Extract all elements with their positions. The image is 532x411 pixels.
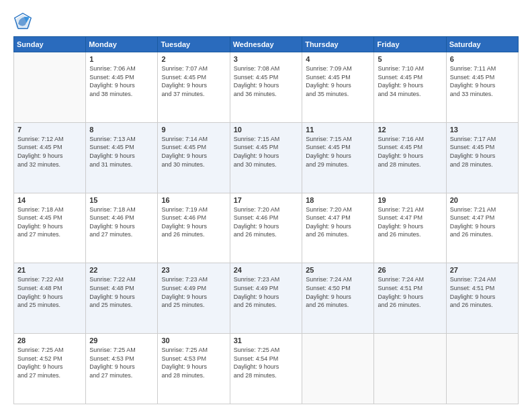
day-number: 11: [306, 126, 370, 134]
calendar-cell: 2Sunrise: 7:07 AM Sunset: 4:45 PM Daylig…: [158, 52, 230, 123]
day-info: Sunrise: 7:23 AM Sunset: 4:49 PM Dayligh…: [161, 275, 226, 309]
day-number: 20: [450, 196, 515, 204]
calendar-cell: 7Sunrise: 7:12 AM Sunset: 4:45 PM Daylig…: [14, 122, 86, 193]
day-header-tuesday: Tuesday: [158, 37, 230, 52]
day-number: 16: [161, 196, 226, 204]
day-info: Sunrise: 7:22 AM Sunset: 4:48 PM Dayligh…: [17, 275, 82, 309]
calendar-cell: 25Sunrise: 7:24 AM Sunset: 4:50 PM Dayli…: [302, 263, 374, 334]
day-header-friday: Friday: [374, 37, 446, 52]
day-number: 17: [234, 196, 298, 204]
page: SundayMondayTuesdayWednesdayThursdayFrid…: [0, 0, 532, 411]
day-number: 24: [234, 266, 298, 274]
day-number: 22: [89, 266, 154, 274]
day-number: 3: [234, 55, 298, 63]
logo-icon: [13, 12, 32, 31]
calendar-cell: [14, 52, 86, 123]
day-number: 12: [378, 126, 442, 134]
day-info: Sunrise: 7:06 AM Sunset: 4:45 PM Dayligh…: [89, 64, 154, 98]
day-number: 13: [450, 126, 515, 134]
day-info: Sunrise: 7:13 AM Sunset: 4:45 PM Dayligh…: [89, 135, 154, 169]
calendar-week-5: 28Sunrise: 7:25 AM Sunset: 4:52 PM Dayli…: [14, 334, 519, 404]
day-info: Sunrise: 7:21 AM Sunset: 4:47 PM Dayligh…: [378, 205, 442, 239]
day-info: Sunrise: 7:23 AM Sunset: 4:49 PM Dayligh…: [234, 275, 298, 309]
day-info: Sunrise: 7:07 AM Sunset: 4:45 PM Dayligh…: [161, 64, 226, 98]
day-info: Sunrise: 7:11 AM Sunset: 4:45 PM Dayligh…: [450, 64, 515, 98]
calendar-cell: 8Sunrise: 7:13 AM Sunset: 4:45 PM Daylig…: [86, 122, 158, 193]
day-number: 26: [378, 266, 442, 274]
day-header-monday: Monday: [86, 37, 158, 52]
day-info: Sunrise: 7:25 AM Sunset: 4:52 PM Dayligh…: [17, 346, 82, 379]
calendar-cell: 20Sunrise: 7:21 AM Sunset: 4:47 PM Dayli…: [446, 193, 518, 263]
day-info: Sunrise: 7:24 AM Sunset: 4:51 PM Dayligh…: [450, 275, 515, 309]
calendar-cell: 15Sunrise: 7:18 AM Sunset: 4:46 PM Dayli…: [86, 193, 158, 263]
day-info: Sunrise: 7:22 AM Sunset: 4:48 PM Dayligh…: [89, 275, 154, 309]
day-info: Sunrise: 7:21 AM Sunset: 4:47 PM Dayligh…: [450, 205, 515, 239]
calendar-week-2: 7Sunrise: 7:12 AM Sunset: 4:45 PM Daylig…: [14, 122, 519, 193]
day-number: 23: [161, 266, 226, 274]
calendar-cell: 6Sunrise: 7:11 AM Sunset: 4:45 PM Daylig…: [446, 52, 518, 123]
calendar-cell: 16Sunrise: 7:19 AM Sunset: 4:46 PM Dayli…: [158, 193, 230, 263]
day-header-thursday: Thursday: [302, 37, 374, 52]
day-info: Sunrise: 7:18 AM Sunset: 4:46 PM Dayligh…: [89, 205, 154, 239]
calendar-cell: 3Sunrise: 7:08 AM Sunset: 4:45 PM Daylig…: [230, 52, 302, 123]
calendar: SundayMondayTuesdayWednesdayThursdayFrid…: [13, 36, 519, 404]
calendar-week-3: 14Sunrise: 7:18 AM Sunset: 4:45 PM Dayli…: [14, 193, 519, 263]
calendar-cell: 29Sunrise: 7:25 AM Sunset: 4:53 PM Dayli…: [86, 334, 158, 404]
day-number: 27: [450, 266, 515, 274]
day-number: 2: [161, 55, 226, 63]
day-info: Sunrise: 7:08 AM Sunset: 4:45 PM Dayligh…: [234, 64, 298, 98]
day-number: 15: [89, 196, 154, 204]
header: [13, 12, 519, 31]
day-info: Sunrise: 7:19 AM Sunset: 4:46 PM Dayligh…: [161, 205, 226, 239]
day-number: 4: [306, 55, 370, 63]
day-number: 7: [17, 126, 82, 134]
day-number: 9: [161, 126, 226, 134]
calendar-cell: 21Sunrise: 7:22 AM Sunset: 4:48 PM Dayli…: [14, 263, 86, 334]
day-info: Sunrise: 7:15 AM Sunset: 4:45 PM Dayligh…: [306, 135, 370, 169]
day-info: Sunrise: 7:14 AM Sunset: 4:45 PM Dayligh…: [161, 135, 226, 169]
day-number: 21: [17, 266, 82, 274]
calendar-cell: 5Sunrise: 7:10 AM Sunset: 4:45 PM Daylig…: [374, 52, 446, 123]
day-number: 19: [378, 196, 442, 204]
calendar-cell: 17Sunrise: 7:20 AM Sunset: 4:46 PM Dayli…: [230, 193, 302, 263]
day-header-wednesday: Wednesday: [230, 37, 302, 52]
calendar-cell: 23Sunrise: 7:23 AM Sunset: 4:49 PM Dayli…: [158, 263, 230, 334]
calendar-cell: 1Sunrise: 7:06 AM Sunset: 4:45 PM Daylig…: [86, 52, 158, 123]
day-info: Sunrise: 7:18 AM Sunset: 4:45 PM Dayligh…: [17, 205, 82, 239]
day-info: Sunrise: 7:12 AM Sunset: 4:45 PM Dayligh…: [17, 135, 82, 169]
calendar-cell: 13Sunrise: 7:17 AM Sunset: 4:45 PM Dayli…: [446, 122, 518, 193]
day-number: 6: [450, 55, 515, 63]
day-info: Sunrise: 7:25 AM Sunset: 4:54 PM Dayligh…: [234, 346, 298, 379]
day-number: 5: [378, 55, 442, 63]
day-info: Sunrise: 7:25 AM Sunset: 4:53 PM Dayligh…: [161, 346, 226, 379]
calendar-cell: [302, 334, 374, 404]
day-info: Sunrise: 7:16 AM Sunset: 4:45 PM Dayligh…: [378, 135, 442, 169]
day-number: 1: [89, 55, 154, 63]
day-number: 10: [234, 126, 298, 134]
calendar-cell: 31Sunrise: 7:25 AM Sunset: 4:54 PM Dayli…: [230, 334, 302, 404]
logo: [13, 12, 35, 31]
day-number: 30: [161, 336, 226, 345]
calendar-cell: 19Sunrise: 7:21 AM Sunset: 4:47 PM Dayli…: [374, 193, 446, 263]
calendar-cell: [446, 334, 518, 404]
calendar-cell: 26Sunrise: 7:24 AM Sunset: 4:51 PM Dayli…: [374, 263, 446, 334]
day-info: Sunrise: 7:17 AM Sunset: 4:45 PM Dayligh…: [450, 135, 515, 169]
calendar-cell: 24Sunrise: 7:23 AM Sunset: 4:49 PM Dayli…: [230, 263, 302, 334]
day-info: Sunrise: 7:24 AM Sunset: 4:50 PM Dayligh…: [306, 275, 370, 309]
calendar-week-1: 1Sunrise: 7:06 AM Sunset: 4:45 PM Daylig…: [14, 52, 519, 123]
calendar-cell: 28Sunrise: 7:25 AM Sunset: 4:52 PM Dayli…: [14, 334, 86, 404]
day-number: 8: [89, 126, 154, 134]
day-info: Sunrise: 7:15 AM Sunset: 4:45 PM Dayligh…: [234, 135, 298, 169]
day-info: Sunrise: 7:10 AM Sunset: 4:45 PM Dayligh…: [378, 64, 442, 98]
calendar-cell: 4Sunrise: 7:09 AM Sunset: 4:45 PM Daylig…: [302, 52, 374, 123]
day-number: 25: [306, 266, 370, 274]
calendar-header-row: SundayMondayTuesdayWednesdayThursdayFrid…: [14, 37, 519, 52]
day-info: Sunrise: 7:20 AM Sunset: 4:46 PM Dayligh…: [234, 205, 298, 239]
calendar-cell: 9Sunrise: 7:14 AM Sunset: 4:45 PM Daylig…: [158, 122, 230, 193]
day-info: Sunrise: 7:25 AM Sunset: 4:53 PM Dayligh…: [89, 346, 154, 379]
day-info: Sunrise: 7:24 AM Sunset: 4:51 PM Dayligh…: [378, 275, 442, 309]
day-number: 14: [17, 196, 82, 204]
calendar-week-4: 21Sunrise: 7:22 AM Sunset: 4:48 PM Dayli…: [14, 263, 519, 334]
day-header-sunday: Sunday: [14, 37, 86, 52]
calendar-cell: 10Sunrise: 7:15 AM Sunset: 4:45 PM Dayli…: [230, 122, 302, 193]
